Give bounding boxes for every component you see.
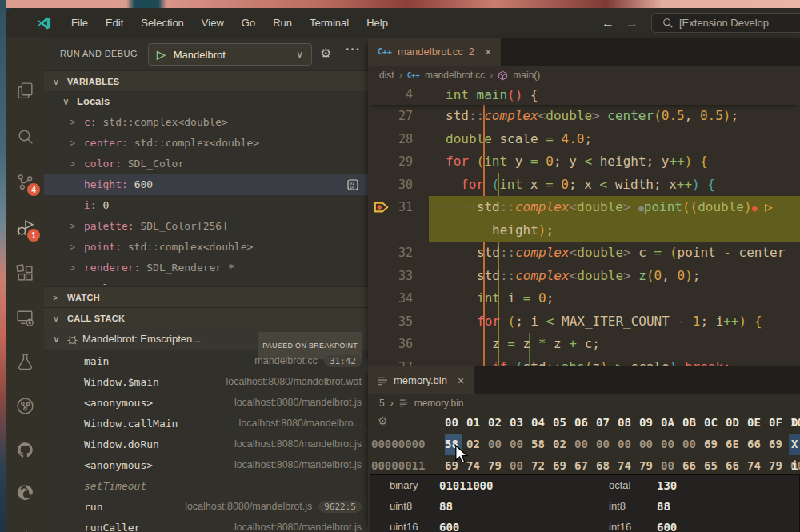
extensions-icon[interactable] xyxy=(15,263,35,283)
code-line[interactable]: 34 int i = 0; xyxy=(368,287,800,310)
sticky-scroll-line[interactable]: 4 int main() { xyxy=(368,85,800,105)
github-icon[interactable] xyxy=(15,440,35,460)
chevron-right-icon[interactable]: > xyxy=(70,154,75,174)
activity-bar: 4 1 xyxy=(6,38,44,532)
variable-row[interactable]: > c: std::complex<double> xyxy=(44,112,368,133)
breadcrumb-file[interactable]: memory.bin xyxy=(414,398,464,409)
launch-config-dropdown[interactable]: ▷ Mandelbrot ∨ xyxy=(148,43,312,66)
chevron-right-icon[interactable]: > xyxy=(70,278,75,285)
line-number: 32 xyxy=(368,242,413,265)
menu-item[interactable]: Selection xyxy=(132,14,192,32)
more-actions-icon[interactable]: ··· xyxy=(346,42,361,57)
chevron-right-icon[interactable]: > xyxy=(70,112,75,133)
call-stack-section-header[interactable]: ∨ CALL STACK xyxy=(44,307,368,328)
stack-frame-row[interactable]: main mandelbrot.cc 31:42 xyxy=(44,350,368,371)
code-line[interactable]: 36 z = z * z + c; xyxy=(368,333,800,356)
decoded-column-header: D xyxy=(791,412,798,434)
code-line[interactable]: 28 double scale = 4.0; xyxy=(368,128,800,151)
hierarchy-view-icon[interactable] xyxy=(15,396,35,416)
variable-row[interactable]: > point: std::complex<double> xyxy=(44,237,368,258)
variable-row[interactable]: > center: std::complex<double> xyxy=(44,133,368,154)
menu-item[interactable]: Go xyxy=(233,14,264,32)
stack-frame-row[interactable]: run localhost:8080/mandelbrot.js 9622:5 xyxy=(44,496,368,517)
code-line[interactable]: 33 std::complex<double> z(0, 0); xyxy=(368,265,800,288)
line-number: 28 xyxy=(368,128,413,151)
navigate-back-icon[interactable]: ← xyxy=(602,16,614,30)
menu-item[interactable]: File xyxy=(62,14,97,32)
menu-item[interactable]: Run xyxy=(264,14,301,32)
breadcrumb-dist[interactable]: dist xyxy=(379,70,394,81)
share-icon[interactable] xyxy=(15,528,35,532)
remote-explorer-icon[interactable] xyxy=(15,308,35,328)
breadcrumb-index[interactable]: 5 xyxy=(379,398,385,409)
command-center-search[interactable]: [Extension Develop xyxy=(651,13,800,33)
menu-item[interactable]: Edit xyxy=(97,14,132,32)
menu-item[interactable]: View xyxy=(193,14,233,32)
inspector-value: 88 xyxy=(657,496,670,517)
chevron-right-icon[interactable]: > xyxy=(70,133,75,154)
editor-tab-bar: C++ mandelbrot.cc 2 × xyxy=(368,38,800,66)
run-and-debug-icon[interactable]: 1 xyxy=(15,218,35,238)
data-inspector-popup: binary 01011000 octal 130 uint8 88 int8 … xyxy=(370,474,800,532)
menu-item[interactable]: Help xyxy=(358,14,397,32)
code-line[interactable]: 32 std::complex<double> c = (point - cen… xyxy=(368,242,800,265)
variable-row[interactable]: > palette: SDL_Color[256] xyxy=(44,216,368,237)
watch-section-header[interactable]: > WATCH xyxy=(44,286,368,307)
decoded-char[interactable]: X xyxy=(789,434,800,455)
close-icon[interactable]: × xyxy=(458,374,464,387)
hex-row[interactable]: 00000011 6974790072696768747900666566747… xyxy=(368,455,800,477)
variable-row[interactable]: > scale: xyxy=(44,278,368,285)
code-line[interactable]: 30 for (int x = 0; x < width; x++) { xyxy=(368,174,800,197)
debug-session-row[interactable]: ∨ Mandelbrot: Emscripten... PAUSED ON BR… xyxy=(44,328,368,350)
code-line[interactable]: 29 for (int y = 0; y < height; y++) { xyxy=(368,150,800,174)
editor-group: C++ mandelbrot.cc 2 × dist › C++ mandelb… xyxy=(368,38,800,366)
source-control-icon[interactable]: 4 xyxy=(15,172,35,192)
variables-section-header[interactable]: ∨ VARIABLES xyxy=(44,70,368,91)
breadcrumb-file[interactable]: mandelbrot.cc xyxy=(425,70,485,81)
edge-browser-icon[interactable] xyxy=(15,482,35,502)
stack-frame-row[interactable]: <anonymous> localhost:8080/mandelbrot.js xyxy=(44,392,368,413)
tab-title: memory.bin xyxy=(394,374,447,386)
gear-icon[interactable]: ⚙ xyxy=(320,46,331,61)
decoded-char[interactable]: i xyxy=(791,455,798,477)
stack-frame-row[interactable]: <anonymous> localhost:8080/mandelbrot.js xyxy=(44,454,368,475)
stack-frame-row[interactable]: Window.callMain localhost:8080/mandelbro… xyxy=(44,413,368,434)
stack-frame-row[interactable]: Window.doRun localhost:8080/mandelbrot.j… xyxy=(44,434,368,454)
code-line[interactable]: 35 for (; i < MAX_ITER_COUNT - 1; i++) { xyxy=(368,310,800,334)
code-line[interactable]: 37 if (std::abs(z) > scale) break; xyxy=(368,356,800,367)
title-bar: File Edit Selection View Go Run Terminal… xyxy=(6,8,800,38)
explorer-icon[interactable] xyxy=(15,81,35,101)
close-icon[interactable]: × xyxy=(485,46,491,58)
code-line[interactable]: 31 ······std::complex<double> ●point((do… xyxy=(368,196,800,219)
inspector-label: binary xyxy=(390,475,418,496)
view-binary-icon[interactable]: 01 10 xyxy=(347,179,358,190)
variable-row[interactable]: > color: SDL_Color xyxy=(44,154,368,174)
chevron-right-icon[interactable]: > xyxy=(70,216,75,237)
menu-bar: File Edit Selection View Go Run Terminal… xyxy=(62,14,397,32)
cpp-file-icon: C++ xyxy=(378,47,392,56)
debug-start-icon[interactable]: ▷ xyxy=(157,48,166,61)
gear-icon[interactable]: ⚙ xyxy=(378,414,388,427)
chevron-down-icon: ∨ xyxy=(53,71,59,92)
variable-row[interactable]: height: 600 01 10 xyxy=(44,174,368,195)
menu-item[interactable]: Terminal xyxy=(301,14,358,32)
stack-frame-row[interactable]: setTimeout xyxy=(44,475,368,496)
testing-icon[interactable] xyxy=(15,352,35,372)
hex-row[interactable]: 00000000 580200005802000000000000696E666… xyxy=(368,434,800,455)
scope-locals[interactable]: ∨ Locals xyxy=(44,91,368,112)
scm-badge: 4 xyxy=(27,183,40,196)
search-view-icon[interactable] xyxy=(15,126,35,146)
stack-frame-row[interactable]: runCaller localhost:8080/mandelbrot.js xyxy=(44,517,368,532)
stack-frame-row[interactable]: Window.$main localhost:8080/mandelbrot.w… xyxy=(44,371,368,392)
tab-memory-bin[interactable]: memory.bin × xyxy=(368,366,474,394)
variable-row[interactable]: i: 0 xyxy=(44,195,368,216)
tab-mandelbrot-cc[interactable]: C++ mandelbrot.cc 2 × xyxy=(368,38,501,66)
variable-row[interactable]: > renderer: SDL_Renderer * xyxy=(44,258,368,278)
code-line[interactable]: 27 std::complex<double> center(0.5, 0.5)… xyxy=(368,105,800,128)
breadcrumb-symbol[interactable]: main() xyxy=(513,70,540,81)
navigate-forward-icon[interactable]: → xyxy=(626,16,638,30)
chevron-right-icon[interactable]: > xyxy=(70,237,75,258)
chevron-right-icon[interactable]: > xyxy=(70,258,75,278)
code-editor[interactable]: 27 std::complex<double> center(0.5, 0.5)… xyxy=(368,85,800,366)
code-line[interactable]: height); xyxy=(368,219,800,242)
